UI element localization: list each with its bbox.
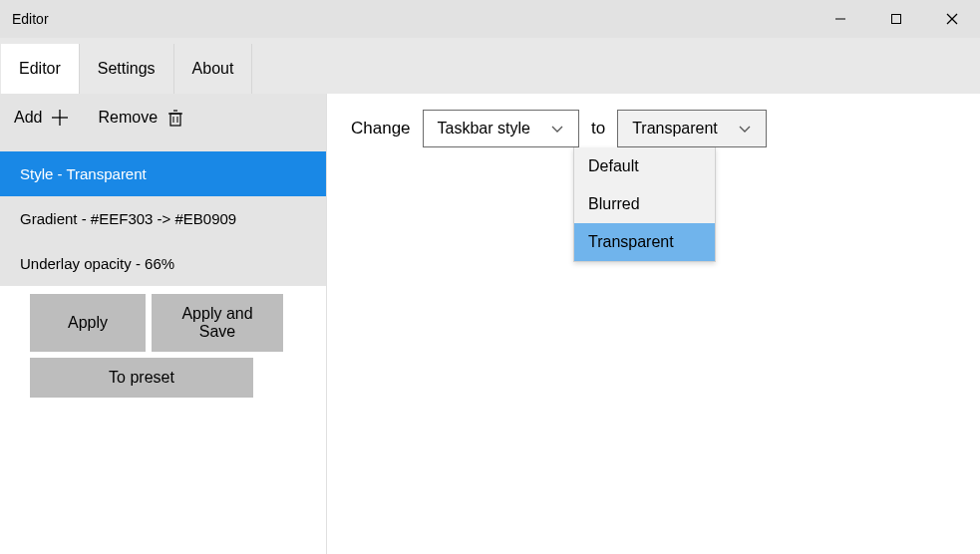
- value-select[interactable]: Transparent: [617, 110, 767, 147]
- trash-icon: [165, 108, 185, 128]
- window-title: Editor: [12, 11, 49, 27]
- rule-item[interactable]: Underlay opacity - 66%: [0, 241, 326, 286]
- to-preset-button[interactable]: To preset: [30, 358, 253, 398]
- plus-icon: [50, 108, 70, 128]
- chevron-down-icon: [738, 122, 752, 136]
- svg-rect-1: [892, 15, 901, 24]
- content-area: Add Remove Style - Transparent Gradient …: [0, 94, 980, 554]
- tab-editor[interactable]: Editor: [1, 44, 80, 94]
- action-buttons: Apply Apply and Save To preset: [0, 286, 326, 412]
- value-dropdown: Default Blurred Transparent: [573, 147, 716, 262]
- rules-list: Style - Transparent Gradient - #EEF303 -…: [0, 141, 326, 286]
- svg-rect-6: [170, 114, 180, 126]
- to-label: to: [591, 119, 605, 138]
- close-icon: [946, 13, 958, 25]
- dropdown-option-transparent[interactable]: Transparent: [574, 223, 715, 261]
- minimize-button[interactable]: [813, 0, 868, 38]
- property-select[interactable]: Taskbar style: [423, 110, 579, 147]
- sidebar: Add Remove Style - Transparent Gradient …: [0, 94, 327, 554]
- add-label: Add: [14, 109, 42, 127]
- rule-item[interactable]: Style - Transparent: [0, 151, 326, 196]
- maximize-button[interactable]: [868, 0, 924, 38]
- sidebar-toolbar: Add Remove: [0, 94, 326, 141]
- minimize-icon: [834, 13, 846, 25]
- close-button[interactable]: [924, 0, 980, 38]
- chevron-down-icon: [550, 122, 564, 136]
- remove-label: Remove: [98, 109, 158, 127]
- add-button[interactable]: Add: [14, 108, 70, 128]
- tab-settings[interactable]: Settings: [80, 44, 174, 94]
- apply-button[interactable]: Apply: [30, 294, 146, 352]
- apply-save-button[interactable]: Apply and Save: [152, 294, 283, 352]
- value-select-value: Transparent: [632, 120, 718, 138]
- rule-item[interactable]: Gradient - #EEF303 -> #EB0909: [0, 196, 326, 241]
- dropdown-option-blurred[interactable]: Blurred: [574, 185, 715, 223]
- maximize-icon: [890, 13, 902, 25]
- remove-button[interactable]: Remove: [98, 108, 185, 128]
- change-label: Change: [351, 119, 411, 138]
- main-panel: Change Taskbar style to Transparent Defa…: [327, 94, 980, 554]
- titlebar: Editor: [0, 0, 980, 38]
- tab-bar: Editor Settings About: [0, 38, 980, 94]
- window-controls: [813, 0, 980, 38]
- tab-about[interactable]: About: [174, 44, 253, 94]
- config-row: Change Taskbar style to Transparent: [351, 110, 956, 147]
- dropdown-option-default[interactable]: Default: [574, 147, 715, 185]
- property-select-value: Taskbar style: [438, 120, 530, 138]
